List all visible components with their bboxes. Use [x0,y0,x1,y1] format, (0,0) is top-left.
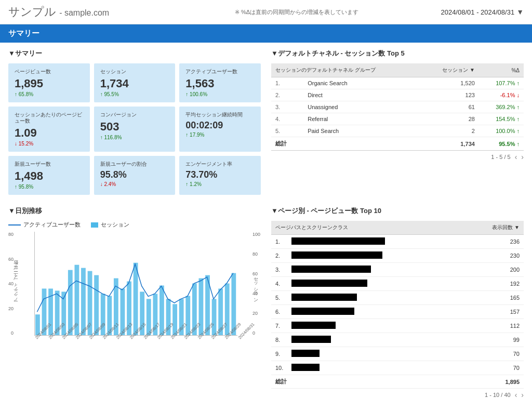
channel-table-row: 4. Referral 28 154.5% ↑ [271,113,524,125]
channel-rank: 3. [271,101,303,113]
pageview-path [287,291,462,305]
legend-bar-item: セッション [91,221,129,229]
pageview-section: ▼ページ別 - ページビュー数 Top 10 ページパスとスクリーンクラス 表示… [271,206,524,398]
metric-new-user-rate: 新規ユーザーの割合 95.8% 2.4% [94,156,176,195]
pageview-rank: 3. [271,263,287,277]
channel-delta: 154.5% ↑ [479,113,524,125]
channel-rank: 4. [271,113,303,125]
x-label: 2024/08/03 [48,337,51,340]
metric-avg-delta: 17.9% [185,132,255,138]
metric-eng-delta: 1.2% [185,181,255,187]
legend-line-item: アクティブユーザー数 [8,221,81,229]
pageview-total-views: 1,895 [462,375,524,389]
pageview-rank: 1. [271,235,287,249]
channel-table: セッションのデフォルトチャネル グループ セッション ▼ %Δ 1. Organ… [271,63,524,151]
daily-chart-svg [34,232,237,336]
x-label: 2024/08/21 [170,337,173,340]
pageview-col2-header[interactable]: 表示回数 ▼ [462,221,524,235]
pageview-views: 157 [462,305,524,319]
header-note: ※ %Δは直前の同期間からの増減を表しています [152,8,441,16]
channel-name: Referral [303,113,422,125]
site-name: サンプル [8,5,56,18]
pageview-views: 112 [462,319,524,333]
channel-delta: -6.1% ↓ [479,89,524,101]
x-label: 2024/08/17 [143,337,146,340]
summary-bar-label: サマリー [8,29,39,37]
pageview-table-row: 9. 70 [271,347,524,361]
channel-delta: 369.2% ↑ [479,101,524,113]
svg-rect-19 [159,285,164,335]
pageview-path [287,235,462,249]
pageview-views: 236 [462,235,524,249]
channel-total-row: 総計 1,734 95.5% ↑ [271,137,524,151]
legend-bar-icon [91,222,98,228]
channel-col3-header: %Δ [479,63,524,77]
daily-section: ▼日別推移 アクティブユーザー数 セッション 80 60 40 20 0 100… [8,206,261,398]
channel-table-row: 3. Unassigned 61 369.2% ↑ [271,101,524,113]
pageview-path [287,263,462,277]
channel-prev-icon[interactable]: ‹ [515,153,517,161]
pageview-prev-icon[interactable]: ‹ [515,391,517,398]
pageview-path [287,333,462,347]
channel-pagination-text: 1 - 5 / 5 [491,154,510,160]
pageview-rank: 4. [271,277,287,291]
pageview-next-icon[interactable]: › [521,391,524,398]
x-label: 2024/08/05 [61,337,64,340]
metric-sessions: セッション 1,734 95.5% [94,63,176,102]
x-label: 2024/08/29 [224,337,227,340]
pageview-rank: 8. [271,333,287,347]
channel-next-icon[interactable]: › [521,153,524,161]
channel-panel: ▼デフォルトチャネル - セッション数 Top 5 セッションのデフォルトチャネ… [271,49,524,200]
metric-sessions-value: 1,734 [100,77,169,90]
pageview-table-row: 1. 236 [271,235,524,249]
channel-col2-header[interactable]: セッション ▼ [422,63,478,77]
date-chevron-icon[interactable]: ▼ [516,8,524,16]
pageview-path [287,305,462,319]
channel-sessions: 61 [422,101,478,113]
metric-eng-label: エンゲージメント率 [185,161,255,167]
pageview-views: 70 [462,361,524,375]
channel-total-delta: 95.5% ↑ [479,137,524,151]
metric-nur-delta: 2.4% [100,181,169,187]
x-label: 2024/08/19 [156,337,159,340]
page-header: サンプル - sample.com ※ %Δは直前の同期間からの増減を表していま… [0,0,532,24]
bottom-section: ▼日別推移 アクティブユーザー数 セッション 80 60 40 20 0 100… [0,206,532,398]
pageview-path [287,277,462,291]
pageview-views: 165 [462,291,524,305]
pageview-views: 70 [462,347,524,361]
metric-pageviews-value: 1,895 [15,77,84,90]
chart-legend: アクティブユーザー数 セッション [8,221,261,229]
metric-nu-value: 1,498 [15,169,84,183]
channel-table-row: 2. Direct 123 -6.1% ↓ [271,89,524,101]
pageview-table-row: 10. 70 [271,361,524,375]
summary-bar: サマリー [0,24,532,43]
metric-conv-value: 503 [100,120,169,134]
pageview-views: 99 [462,333,524,347]
pageview-views: 230 [462,249,524,263]
metric-active-users-label: アクティブユーザー数 [185,69,255,75]
svg-rect-23 [185,296,190,335]
metric-pageviews-label: ページビュー数 [15,69,84,75]
pageview-table-row: 8. 99 [271,333,524,347]
pageview-pagination-text: 1 - 10 / 40 [485,392,511,398]
channel-pagination: 1 - 5 / 5 ‹ › [271,151,524,163]
pageview-rank: 2. [271,249,287,263]
channel-sessions: 2 [422,125,478,137]
channel-section-title: ▼デフォルトチャネル - セッション数 Top 5 [271,49,524,58]
x-label: 2024/08/13 [115,337,118,340]
pageview-path [287,319,462,333]
pageview-table: ページパスとスクリーンクラス 表示回数 ▼ 1. 236 2. 230 3. 2… [271,221,524,389]
channel-name: Direct [303,89,422,101]
pageview-pagination: 1 - 10 / 40 ‹ › [271,389,524,398]
pageview-table-row: 7. 112 [271,319,524,333]
x-label: 2024/08/07 [75,337,78,340]
daily-section-title: ▼日別推移 [8,206,261,216]
metric-pageviews-delta: 65.8% [15,91,84,97]
metric-sessions-label: セッション [100,69,169,75]
metric-avg-value: 00:02:09 [185,120,255,131]
date-range[interactable]: 2024/08/01 - 2024/08/31 ▼ [441,8,524,16]
metric-active-users-value: 1,563 [185,77,255,90]
x-label: 2024/08/15 [129,337,132,340]
metric-engagement: エンゲージメント率 73.70% 1.2% [179,156,261,195]
metric-nu-label: 新規ユーザー数 [15,161,84,167]
